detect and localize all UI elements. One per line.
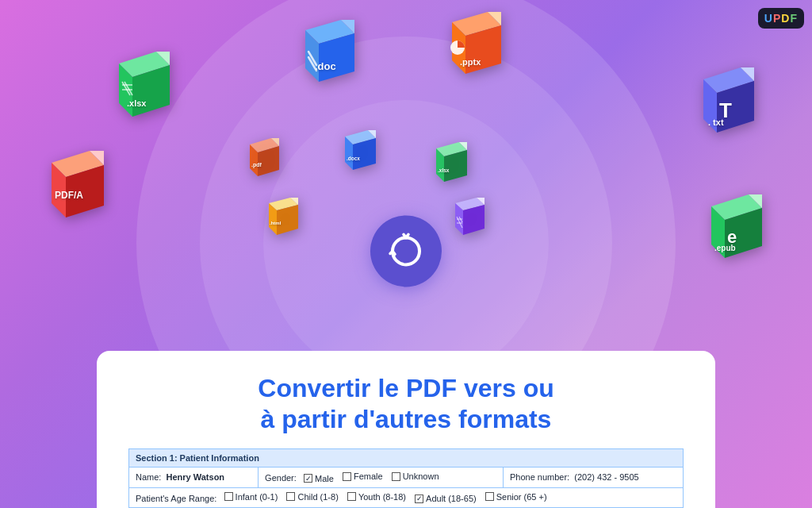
pdfa-file-icon: PDF/A <box>44 147 111 220</box>
docx-small-icon: .docx <box>341 127 381 171</box>
doc-file-icon: .doc <box>297 16 361 86</box>
svg-text:. txt: . txt <box>708 117 724 127</box>
bottom-card: Convertir le PDF vers ou à partir d'autr… <box>97 351 715 508</box>
txt-svg: T . txt <box>695 64 760 135</box>
txt-file-icon: T . txt <box>695 64 760 135</box>
csv-sm-svg <box>452 194 488 236</box>
gender-female-label: Female <box>354 471 383 481</box>
updf-logo: UPDF <box>758 8 804 29</box>
phone-label: Phone number: <box>510 472 569 482</box>
gender-male-checkbox: ✓ <box>304 474 312 483</box>
xlsx-svg: .xlsx <box>111 48 178 119</box>
html-small-icon: .html <box>266 194 302 236</box>
convert-svg <box>386 231 426 271</box>
svg-text:.docx: .docx <box>347 156 360 161</box>
age-youth-label: Youth (8-18) <box>358 492 406 502</box>
logo-u: U <box>764 12 773 25</box>
pdf-small-icon: .pdf <box>246 135 284 178</box>
main-title: Convertir le PDF vers ou à partir d'autr… <box>128 373 684 434</box>
name-label: Name: <box>136 472 161 482</box>
svg-text:.epub: .epub <box>714 244 736 252</box>
age-range-cell: Patient's Age Range: Infant (0-1) Child … <box>129 487 684 508</box>
age-child-label: Child (1-8) <box>297 492 338 502</box>
section-header: Section 1: Patient Information <box>129 449 684 468</box>
name-value: Henry Watson <box>167 472 225 482</box>
age-infant-checkbox <box>224 492 233 501</box>
gender-unknown-label: Unknown <box>403 471 439 481</box>
epub-svg: e .epub <box>705 190 768 260</box>
age-infant-label: Infant (0-1) <box>236 492 278 502</box>
form-table: Section 1: Patient Information Name: Hen… <box>128 448 684 508</box>
svg-text:.doc: .doc <box>315 60 336 72</box>
svg-text:PDF/A: PDF/A <box>55 190 83 201</box>
epub-file-icon: e .epub <box>705 190 768 260</box>
name-cell: Name: Henry Watson <box>129 468 259 488</box>
pptx-svg: .pptx <box>444 8 508 78</box>
csv-small-icon <box>452 194 488 236</box>
gender-unknown-option: Unknown <box>392 471 439 481</box>
docx-sm-svg: .docx <box>341 127 381 171</box>
pdfa-svg: PDF/A <box>44 147 111 220</box>
phone-value: (202) 432 - 9505 <box>574 472 638 482</box>
gender-unknown-checkbox <box>392 472 400 481</box>
pdf-sm-svg: .pdf <box>246 135 284 178</box>
age-youth-option: Youth (8-18) <box>347 492 406 502</box>
convert-icon <box>370 215 442 287</box>
age-adult-option: ✓ Adult (18-65) <box>415 494 477 503</box>
logo-p: P <box>773 12 781 25</box>
doc-svg: .doc <box>297 16 361 86</box>
gender-female-option: Female <box>343 471 383 481</box>
phone-cell: Phone number: (202) 432 - 9505 <box>503 468 683 488</box>
svg-text:.html: .html <box>270 221 282 225</box>
age-child-option: Child (1-8) <box>286 492 338 502</box>
gender-cell: Gender: ✓ Male Female Unknown <box>259 468 504 488</box>
html-sm-svg: .html <box>266 194 302 236</box>
age-senior-option: Senior (65 +) <box>485 492 547 502</box>
svg-text:.pdf: .pdf <box>251 162 262 168</box>
xlsx-file-icon: .xlsx <box>111 48 178 119</box>
xlsx-sm-svg2: .xlsx <box>432 139 472 183</box>
gender-male-option: ✓ Male <box>304 474 334 483</box>
svg-text:.xlsx: .xlsx <box>438 167 450 173</box>
age-youth-checkbox <box>347 492 356 501</box>
age-senior-checkbox <box>485 492 494 501</box>
logo-d: D <box>781 12 790 25</box>
logo-f: F <box>790 12 798 25</box>
xlsx-small-icon: .xlsx <box>432 139 472 183</box>
gender-female-checkbox <box>343 472 351 481</box>
pptx-file-icon: .pptx <box>444 8 508 78</box>
age-child-checkbox <box>286 492 295 501</box>
age-adult-checkbox: ✓ <box>415 495 423 503</box>
age-range-label: Patient's Age Range: <box>136 493 216 502</box>
age-senior-label: Senior (65 +) <box>496 492 547 502</box>
age-infant-option: Infant (0-1) <box>224 492 278 502</box>
age-adult-label: Adult (18-65) <box>426 494 477 503</box>
gender-male-label: Male <box>315 474 334 483</box>
gender-label: Gender: <box>265 473 297 483</box>
svg-text:.xlsx: .xlsx <box>127 98 147 108</box>
svg-text:.pptx: .pptx <box>460 57 481 67</box>
